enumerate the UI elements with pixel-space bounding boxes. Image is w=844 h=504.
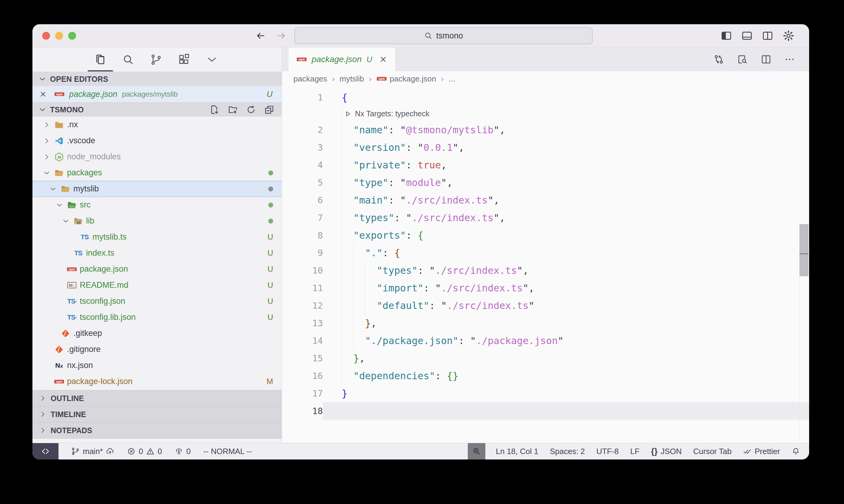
section-outline[interactable]: OUTLINE [32, 390, 282, 406]
git-status-badge [268, 216, 273, 226]
tree-item-nx-json[interactable]: Nxnx.json [32, 357, 282, 374]
close-window-button[interactable] [42, 32, 50, 40]
breadcrumb-item[interactable]: npmpackage.json [377, 74, 436, 84]
code-line-8: 8 "exports": { [282, 227, 809, 244]
explorer-title: TSMONO [50, 105, 84, 114]
toggle-secondary-sidebar-icon[interactable] [762, 30, 773, 41]
chevron-down-icon[interactable] [60, 217, 71, 225]
chevron-down-icon[interactable] [41, 169, 52, 177]
status-item-spaces-2[interactable]: Spaces: 2 [550, 443, 585, 460]
sidebar: OPEN EDITORS npm package.json packages/m… [32, 48, 282, 443]
tree-item-readme-md[interactable]: M↓README.mdU [32, 277, 282, 293]
editor-scrollbar-thumb[interactable] [799, 224, 809, 276]
status-label: 0 [139, 447, 143, 456]
tree-item-src[interactable]: </>src [32, 197, 282, 213]
status-item-0[interactable]: 00 [127, 443, 162, 460]
navigate-back-icon[interactable] [255, 30, 266, 41]
status-item-json[interactable]: {}JSON [651, 443, 682, 460]
tree-item-tsconfig-json[interactable]: TS*tsconfig.jsonU [32, 293, 282, 309]
files-icon[interactable] [94, 53, 107, 66]
code-line-11: 11 "import": "./src/index.ts", [282, 279, 809, 297]
tab-package-json[interactable]: npm package.json U [289, 48, 396, 71]
codelens-nx-targets[interactable]: Nx Targets: typecheck [282, 106, 809, 121]
open-editors-header[interactable]: OPEN EDITORS [32, 72, 282, 86]
chevron-down-icon[interactable] [54, 201, 65, 209]
zoom-indicator[interactable] [468, 443, 485, 460]
collapse-all-icon[interactable] [264, 105, 274, 115]
status-item-0[interactable]: 0 [175, 443, 190, 460]
maximize-window-button[interactable] [68, 32, 76, 40]
command-center-search[interactable]: tsmono [294, 27, 593, 44]
navigate-forward-icon[interactable] [276, 30, 287, 41]
remote-indicator[interactable] [32, 443, 58, 460]
tree-item-package-json[interactable]: npmpackage.jsonU [32, 261, 282, 277]
toggle-panel-icon[interactable] [741, 30, 753, 41]
open-preview-icon[interactable] [737, 54, 748, 65]
breadcrumb-item[interactable]: mytslib [340, 74, 364, 84]
breadcrumb-item[interactable]: ... [448, 74, 455, 84]
code-editor[interactable]: 1{Nx Targets: typecheck2 "name": "@tsmon… [282, 86, 809, 443]
section-notepads[interactable]: NOTEPADS [32, 422, 282, 438]
tree-item-packages[interactable]: packages [32, 165, 282, 181]
tree-item-lib[interactable]: lib [32, 213, 282, 229]
new-file-icon[interactable] [209, 105, 220, 115]
more-icon[interactable] [784, 54, 795, 65]
diff-icon[interactable] [713, 54, 724, 65]
tree-item--gitkeep[interactable]: .gitkeep [32, 325, 282, 341]
git-status-badge [268, 184, 273, 194]
code-line-2: 2 "name": "@tsmono/mytslib", [282, 121, 809, 139]
code-line-15: 15 }, [282, 349, 809, 367]
source-control-icon[interactable] [150, 53, 163, 66]
tree-item-label: package.json [80, 265, 128, 274]
explorer-section-header[interactable]: TSMONO [32, 102, 282, 116]
status-label: main* [83, 447, 103, 456]
chevron-right-icon[interactable] [41, 153, 52, 161]
extensions-icon[interactable] [177, 53, 191, 66]
codelens-label: Nx Targets: typecheck [355, 109, 429, 118]
search-value: tsmono [436, 31, 463, 41]
code-line-7: 7 "types": "./src/index.ts", [282, 209, 809, 227]
tree-item--gitignore[interactable]: .gitignore [32, 341, 282, 357]
section-timeline[interactable]: TIMELINE [32, 406, 282, 422]
tree-item-node-modules[interactable]: JSnode_modules [32, 149, 282, 165]
chevron-down-icon[interactable] [205, 53, 219, 66]
tree-item--vscode[interactable]: .vscode [32, 133, 282, 149]
explorer-actions [209, 105, 276, 115]
tree-item-mytslib[interactable]: mytslib [32, 181, 282, 197]
close-icon[interactable] [39, 90, 47, 98]
folder-icon [52, 121, 66, 129]
code-line-1: 1{ [282, 89, 809, 106]
toggle-sidebar-icon[interactable] [721, 30, 732, 41]
status-item-main-[interactable]: main* [71, 443, 114, 460]
tsconfig-icon: TS* [65, 298, 79, 305]
tree-item-mytslib-ts[interactable]: TSmytslib.tsU [32, 229, 282, 245]
chevron-down-icon[interactable] [47, 185, 59, 193]
chevron-right-icon[interactable] [41, 137, 52, 144]
tree-item-tsconfig-lib-json[interactable]: TS*tsconfig.lib.jsonU [32, 309, 282, 325]
status-item-prettier[interactable]: Prettier [743, 443, 780, 460]
search-icon[interactable] [122, 53, 135, 66]
status-item--normal-[interactable]: -- NORMAL -- [203, 443, 252, 460]
minimize-window-button[interactable] [55, 32, 63, 40]
status-item-lf[interactable]: LF [630, 443, 639, 460]
new-folder-icon[interactable] [228, 105, 238, 115]
line-number: 3 [282, 139, 323, 156]
tree-item--nx[interactable]: .nx [32, 116, 282, 133]
refresh-icon[interactable] [246, 105, 256, 115]
status-item-cursor-tab[interactable]: Cursor Tab [693, 443, 732, 460]
status-item-bell[interactable] [792, 443, 800, 460]
split-editor-icon[interactable] [761, 54, 772, 65]
chevron-right-icon[interactable] [41, 121, 52, 128]
open-editor-item[interactable]: npm package.json packages/mytslib U [32, 86, 282, 102]
tree-item-label: node_modules [67, 152, 121, 161]
status-item-ln-18-col-1[interactable]: Ln 18, Col 1 [496, 443, 538, 460]
status-label: -- NORMAL -- [203, 447, 252, 456]
code-line-12: 12 "default": "./src/index.ts" [282, 297, 809, 314]
close-tab-icon[interactable] [379, 55, 387, 64]
settings-gear-icon[interactable] [782, 30, 795, 42]
status-item-utf-8[interactable]: UTF-8 [596, 443, 619, 460]
breadcrumb-separator: › [441, 74, 444, 84]
breadcrumb-item[interactable]: packages [293, 74, 327, 84]
tree-item-package-lock-json[interactable]: npmpackage-lock.jsonM [32, 374, 282, 390]
tree-item-index-ts[interactable]: TSindex.tsU [32, 245, 282, 261]
